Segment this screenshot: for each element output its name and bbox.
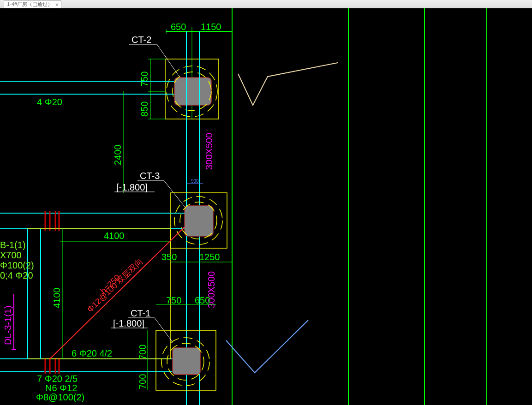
- svg-rect-56: [173, 348, 200, 375]
- label-ct2: CT-2: [132, 35, 151, 45]
- rebar-f8at100: Φ8@100(2): [36, 392, 84, 402]
- tab-bar: 1-4#厂房（已通过） ×: [0, 0, 532, 9]
- drawing-canvas[interactable]: 650 1150 CT-2 750 850 4 Φ20: [0, 8, 532, 405]
- label-ct1-elev: [-1.800]: [113, 318, 144, 328]
- label-ct3: CT-3: [140, 171, 160, 181]
- label-dl: DL-3-1(1): [3, 305, 13, 345]
- svg-line-23: [164, 180, 185, 207]
- dim-650b: 650: [195, 295, 210, 305]
- rebar-4f20: 4 Φ20: [37, 97, 62, 107]
- dim-2400: 2400: [113, 145, 123, 166]
- dim-350: 350: [161, 252, 177, 262]
- dim-4100-v: 4100: [52, 288, 62, 309]
- dim-700b: 700: [137, 374, 148, 389]
- dim-1250: 1250: [199, 252, 220, 262]
- kl-name: B-1(1): [0, 240, 26, 250]
- kl-size: X700: [0, 250, 22, 260]
- document-tab[interactable]: 1-4#厂房（已通过） ×: [4, 0, 61, 8]
- svg-rect-27: [185, 206, 213, 236]
- dim-750-v1: 750: [139, 71, 149, 87]
- close-icon[interactable]: ×: [55, 2, 58, 7]
- slab-f12: Φ12@100 双层双向: [85, 256, 145, 314]
- dim-750b: 750: [166, 295, 181, 305]
- svg-line-8: [157, 44, 180, 77]
- beam-300x500-a: 300X500: [204, 133, 214, 170]
- dim-4100-h: 4100: [104, 231, 125, 241]
- dim-700a: 700: [137, 345, 148, 360]
- rebar-7f20: 7 Φ20 2/5: [37, 374, 78, 384]
- rebar-6f20: 6 Φ20 4/2: [72, 348, 112, 358]
- kl-stir: Φ100(2): [0, 260, 34, 270]
- rebar-n6f12: N6 Φ12: [45, 383, 77, 393]
- label-ct1: CT-1: [131, 308, 150, 318]
- dim-850-v1: 850: [139, 101, 149, 117]
- tab-title: 1-4#厂房（已通过）: [7, 1, 53, 8]
- svg-rect-10: [174, 77, 211, 105]
- dim-1150-top: 1150: [201, 22, 221, 32]
- svg-line-50: [50, 227, 185, 359]
- label-ct3-elev: [-1.800]: [116, 182, 148, 192]
- dim-900: 900: [191, 179, 199, 184]
- dim-650-top: 650: [171, 22, 186, 32]
- kl-bar: 0;4 Φ20: [0, 270, 33, 280]
